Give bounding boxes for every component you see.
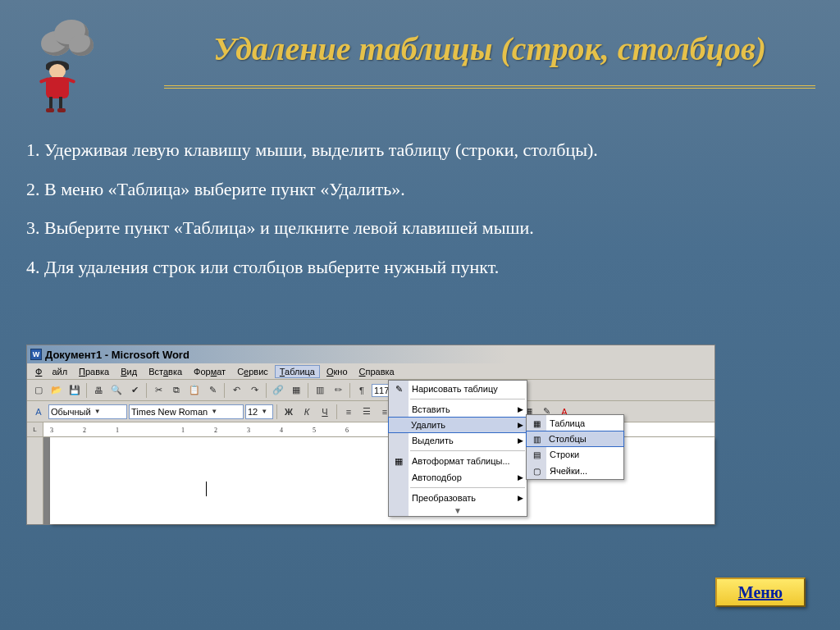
chevron-down-icon[interactable]: ▼ [94, 408, 101, 415]
columns-icon[interactable]: ▥ [312, 382, 328, 399]
word-app-icon: W [30, 349, 42, 360]
underline-icon[interactable]: Ч [317, 404, 333, 420]
menu-table[interactable]: Таблица [275, 365, 320, 378]
save-icon[interactable]: 💾 [66, 382, 83, 399]
word-menubar: Файл Правка Вид Вставка Формат Сервис Та… [27, 363, 714, 380]
table-menu-dropdown: ✎ Нарисовать таблицу Вставить ▶ Удалить … [388, 380, 527, 517]
chevron-down-icon[interactable]: ▼ [261, 408, 267, 415]
word-titlebar: W Документ1 - Microsoft Word [27, 345, 714, 363]
style-combo[interactable]: Обычный▼ [48, 404, 127, 419]
submenu-columns[interactable]: ▥ Столбцы [526, 431, 624, 447]
open-icon[interactable]: 📂 [48, 382, 65, 399]
style-value: Обычный [51, 407, 91, 417]
menu-edit[interactable]: Правка [74, 365, 114, 378]
menu-autoformat[interactable]: ▦ Автоформат таблицы... [389, 453, 527, 469]
styles-pane-icon[interactable]: A [30, 404, 47, 420]
font-value: Times New Roman [131, 407, 208, 417]
title-rule [164, 85, 815, 89]
menu-file[interactable]: Файл [30, 365, 72, 378]
arrow-right-icon: ▶ [518, 473, 523, 482]
menu-button[interactable]: Меню [715, 578, 806, 607]
ruler-corner: L [27, 422, 43, 436]
word-toolbar-standard: ▢ 📂 💾 🖶 🔍 ✔ ✂ ⧉ 📋 ✎ ↶ ↷ 🔗 ▦ ▥ ✏ ¶ ▼ ? [27, 380, 714, 401]
text-cursor [206, 482, 207, 496]
slide-title: Удаление таблицы (строк, столбцов) [164, 30, 815, 68]
arrow-right-icon: ▶ [518, 494, 523, 502]
word-left-gutter [27, 437, 43, 524]
font-combo[interactable]: Times New Roman▼ [129, 404, 244, 419]
submenu-rows[interactable]: ▤ Строки [527, 446, 623, 463]
menu-button-label: Меню [738, 583, 783, 602]
rows-icon: ▤ [530, 448, 543, 461]
step-4: 4. Для удаления строк или столбцов выбер… [26, 255, 774, 280]
menu-expand-icon[interactable]: ▼ [389, 506, 527, 516]
align-center-icon[interactable]: ☰ [358, 404, 375, 420]
print-icon[interactable]: 🖶 [90, 382, 107, 399]
step-3: 3. Выберите пункт «Таблица» и щелкните л… [26, 216, 774, 240]
arrow-right-icon: ▶ [518, 436, 523, 445]
chevron-down-icon[interactable]: ▼ [211, 408, 217, 415]
step-2: 2. В меню «Таблица» выберите пункт «Удал… [26, 177, 774, 202]
columns-icon: ▥ [530, 432, 543, 445]
word-window: W Документ1 - Microsoft Word Файл Правка… [26, 345, 715, 525]
svg-text:3: 3 [50, 427, 53, 434]
cut-icon[interactable]: ✂ [150, 382, 167, 399]
svg-text:2: 2 [214, 427, 217, 434]
pencil-icon: ✎ [392, 382, 405, 395]
align-left-icon[interactable]: ≡ [340, 404, 357, 420]
svg-text:1: 1 [116, 427, 119, 434]
table-icon: ▦ [530, 417, 543, 430]
redo-icon[interactable]: ↷ [246, 382, 262, 399]
svg-text:6: 6 [345, 427, 349, 434]
menu-insert[interactable]: Вставка [144, 365, 187, 378]
word-title: Документ1 - Microsoft Word [45, 349, 189, 361]
new-doc-icon[interactable]: ▢ [30, 382, 47, 399]
menu-format[interactable]: Формат [189, 365, 231, 378]
fontsize-combo[interactable]: 12▼ [245, 404, 273, 419]
fontsize-value: 12 [248, 407, 258, 417]
menu-insert-sub[interactable]: Вставить ▶ [389, 401, 527, 418]
menu-help[interactable]: Справка [354, 365, 399, 378]
menu-draw-table[interactable]: ✎ Нарисовать таблицу [389, 381, 527, 397]
svg-text:5: 5 [313, 427, 316, 434]
submenu-cells[interactable]: ▢ Ячейки... [527, 463, 623, 479]
instruction-list: 1. Удерживая левую клавишу мыши, выделит… [26, 138, 774, 294]
step-1: 1. Удерживая левую клавишу мыши, выделит… [26, 138, 774, 162]
undo-icon[interactable]: ↶ [228, 382, 244, 399]
svg-text:2: 2 [83, 427, 86, 434]
arrow-right-icon: ▶ [518, 405, 523, 413]
menu-window[interactable]: Окно [322, 365, 353, 378]
menu-tools[interactable]: Сервис [232, 365, 273, 378]
menu-view[interactable]: Вид [116, 365, 142, 378]
svg-text:1: 1 [181, 427, 185, 434]
para-icon[interactable]: ¶ [354, 382, 370, 399]
format-painter-icon[interactable]: ✎ [204, 382, 221, 399]
paste-icon[interactable]: 📋 [186, 382, 203, 399]
svg-text:4: 4 [280, 427, 283, 434]
menu-convert[interactable]: Преобразовать ▶ [389, 490, 527, 506]
menu-delete-sub[interactable]: Удалить ▶ [388, 417, 527, 433]
arrow-right-icon: ▶ [518, 421, 523, 429]
menu-select-sub[interactable]: Выделить ▶ [389, 432, 527, 449]
copy-icon[interactable]: ⧉ [168, 382, 185, 399]
delete-submenu: ▦ Таблица ▥ Столбцы ▤ Строки ▢ Ячейки... [526, 414, 624, 480]
italic-icon[interactable]: К [299, 404, 315, 420]
svg-text:3: 3 [247, 427, 250, 434]
link-icon[interactable]: 🔗 [270, 382, 286, 399]
spell-icon[interactable]: ✔ [126, 382, 143, 399]
table-grid-icon[interactable]: ▦ [288, 382, 304, 399]
character-icon [34, 64, 84, 113]
bold-icon[interactable]: Ж [281, 404, 297, 420]
cloud-icon [39, 16, 97, 57]
menu-autofit[interactable]: Автоподбор ▶ [389, 469, 527, 486]
preview-icon[interactable]: 🔍 [108, 382, 125, 399]
drawing-icon[interactable]: ✏ [330, 382, 346, 399]
table-format-icon: ▦ [392, 454, 405, 468]
cell-icon: ▢ [530, 464, 543, 477]
submenu-table[interactable]: ▦ Таблица [527, 415, 623, 431]
